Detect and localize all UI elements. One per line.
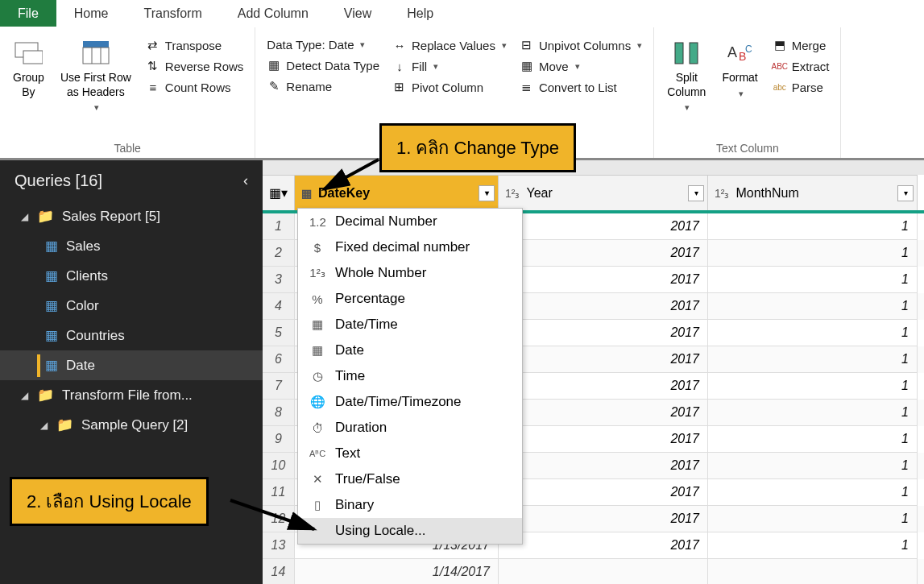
cell-monthnum[interactable]: 1 [708, 373, 918, 400]
cell-monthnum[interactable]: 1 [708, 479, 918, 506]
tab-home[interactable]: Home [56, 0, 126, 27]
replace-values-button[interactable]: ↔Replace Values [389, 35, 510, 55]
merge-button[interactable]: ⬒Merge [769, 35, 833, 55]
type-date[interactable]: ▦Date [298, 338, 522, 363]
filter-dropdown-icon[interactable]: ▾ [897, 185, 914, 201]
query-color[interactable]: ▦Color [0, 291, 263, 321]
cell-year[interactable]: 2017 [499, 267, 708, 293]
type-time[interactable]: ◷Time [298, 363, 522, 389]
folder-sales-report[interactable]: ◢📁Sales Report [5] [0, 201, 263, 231]
convert-label: Convert to List [539, 81, 617, 94]
type-binary[interactable]: ▯Binary [298, 492, 522, 518]
tab-add-column[interactable]: Add Column [220, 0, 326, 27]
query-date[interactable]: ▦Date [0, 350, 263, 380]
query-sales[interactable]: ▦Sales [0, 231, 263, 261]
cell-year[interactable]: 2017 [499, 213, 708, 240]
type-duration[interactable]: ⏱Duration [298, 415, 522, 441]
cell-monthnum[interactable]: 1 [708, 426, 918, 453]
ribbon-group-textcolumn: Split Column ABC Format ⬒Merge ABCExtrac… [654, 27, 841, 158]
clock-icon: ◷ [309, 369, 325, 383]
table-row[interactable]: 141/14/2017 [263, 559, 924, 584]
collapse-pane-icon[interactable]: ‹ [243, 172, 248, 189]
cell-year[interactable]: 2017 [499, 506, 708, 532]
cell-year[interactable]: 2017 [499, 479, 708, 506]
cell-year[interactable]: 2017 [499, 400, 708, 426]
convert-list-button[interactable]: ≣Convert to List [516, 77, 645, 97]
cell-year[interactable]: 2017 [499, 453, 708, 479]
query-clients[interactable]: ▦Clients [0, 261, 263, 291]
cell-year[interactable]: 2017 [499, 426, 708, 453]
group-by-icon [13, 37, 44, 68]
type-text[interactable]: AᴮCText [298, 441, 522, 466]
rename-button[interactable]: ✎Rename [263, 77, 383, 96]
unpivot-button[interactable]: ⊟Unpivot Columns [516, 35, 645, 55]
cell-year[interactable]: 2017 [499, 240, 708, 267]
split-column-button[interactable]: Split Column [662, 35, 711, 139]
type-whole[interactable]: 1²₃Whole Number [298, 260, 522, 286]
type-dtz[interactable]: 🌐Date/Time/Timezone [298, 389, 522, 415]
cell-monthnum[interactable]: 1 [708, 320, 918, 346]
type-decimal[interactable]: 1.2Decimal Number [298, 209, 522, 234]
cell-year[interactable] [499, 559, 708, 584]
fill-button[interactable]: ↓Fill [389, 56, 510, 76]
table-icon: ▦ [45, 327, 58, 344]
cell-monthnum[interactable]: 1 [708, 346, 918, 373]
query-label: Countries [66, 328, 125, 344]
type-using-locale[interactable]: Using Locale... [298, 518, 522, 544]
cell-monthnum[interactable]: 1 [708, 267, 918, 293]
detect-type-button[interactable]: ▦Detect Data Type [263, 56, 383, 75]
folder-sample-query[interactable]: ◢📁Sample Query [2] [0, 410, 263, 440]
type-fixed-decimal[interactable]: $Fixed decimal number [298, 234, 522, 260]
cell-year[interactable]: 2017 [499, 320, 708, 346]
reverse-rows-button[interactable]: ⇅Reverse Rows [143, 56, 247, 76]
group-by-button[interactable]: Group By [8, 35, 49, 139]
cell-year[interactable]: 2017 [499, 346, 708, 373]
tab-view[interactable]: View [326, 0, 389, 27]
col-label: Year [526, 186, 552, 201]
filter-dropdown-icon[interactable]: ▾ [688, 185, 704, 201]
svg-rect-7 [690, 43, 698, 64]
col-header-monthnum[interactable]: 1²₃ MonthNum ▾ [708, 175, 918, 210]
query-countries[interactable]: ▦Countries [0, 321, 263, 350]
cell-monthnum[interactable]: 1 [708, 240, 918, 267]
tab-file[interactable]: File [0, 0, 56, 27]
cell-monthnum[interactable]: 1 [708, 532, 918, 559]
cell-monthnum[interactable]: 1 [708, 213, 918, 240]
cell-monthnum[interactable]: 1 [708, 506, 918, 532]
cell-year[interactable]: 2017 [499, 373, 708, 400]
tab-help[interactable]: Help [389, 0, 451, 27]
folder-label: Sales Report [5] [62, 209, 160, 225]
cell-monthnum[interactable]: 1 [708, 400, 918, 426]
count-rows-button[interactable]: ≡Count Rows [143, 77, 247, 97]
transpose-button[interactable]: ⇄Transpose [143, 35, 247, 55]
cell-monthnum[interactable]: 1 [708, 293, 918, 320]
pivot-button[interactable]: ⊞Pivot Column [389, 77, 510, 97]
col-header-datekey[interactable]: ▦ DateKey ▾ [295, 175, 499, 210]
extract-button[interactable]: ABCExtract [769, 56, 833, 76]
use-first-row-button[interactable]: Use First Row as Headers [56, 35, 136, 139]
type-percentage[interactable]: %Percentage [298, 286, 522, 312]
cell-datekey[interactable]: 1/14/2017 [295, 559, 499, 584]
format-button[interactable]: ABC Format [717, 35, 762, 139]
cell-monthnum[interactable]: 1 [708, 453, 918, 479]
cell-year[interactable]: 2017 [499, 293, 708, 320]
type-truefalse[interactable]: ✕True/False [298, 466, 522, 492]
row-number: 14 [263, 559, 295, 584]
svg-rect-3 [83, 48, 109, 64]
select-all-cell[interactable]: ▦▾ [263, 175, 295, 210]
menu-label: Fixed decimal number [335, 239, 470, 255]
folder-transform-file[interactable]: ◢📁Transform File from... [0, 380, 263, 410]
data-type-button[interactable]: Data Type: Date [263, 35, 383, 54]
type-datetime[interactable]: ▦Date/Time [298, 312, 522, 338]
row-number: 5 [263, 320, 295, 346]
replace-label: Replace Values [412, 39, 495, 52]
tab-transform[interactable]: Transform [126, 0, 219, 27]
pivot-icon: ⊞ [392, 80, 407, 94]
cell-year[interactable]: 2017 [499, 532, 708, 559]
filter-dropdown-icon[interactable]: ▾ [479, 185, 495, 201]
col-header-year[interactable]: 1²₃ Year ▾ [499, 175, 708, 210]
cell-monthnum[interactable] [708, 559, 918, 584]
parse-button[interactable]: abcParse [769, 77, 833, 97]
rename-icon: ✎ [267, 79, 281, 93]
move-button[interactable]: ▦Move [516, 56, 645, 76]
